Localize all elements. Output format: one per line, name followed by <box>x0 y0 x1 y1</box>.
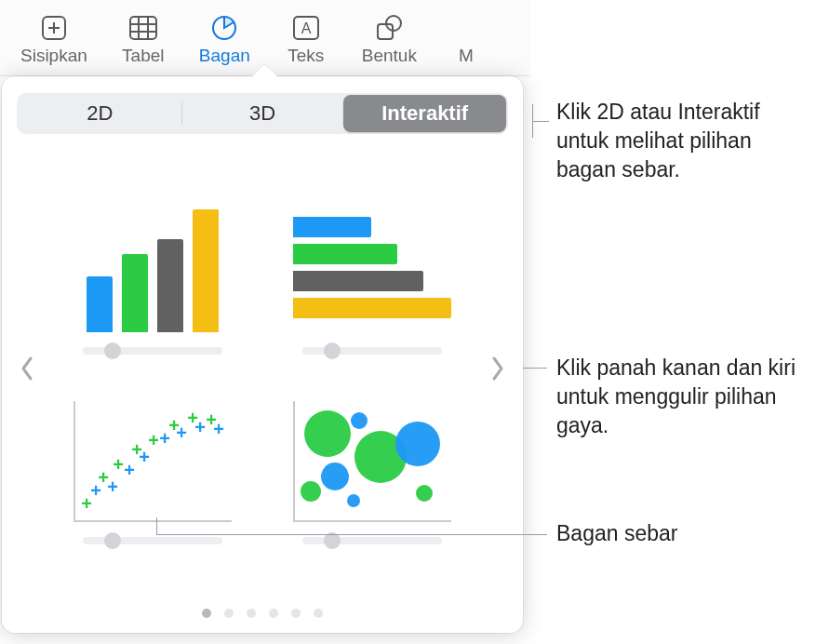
tab-label: 2D <box>87 101 113 126</box>
pie-chart-icon <box>208 13 240 42</box>
svg-rect-11 <box>378 24 393 39</box>
toolbar-insert[interactable]: Sisipkan <box>15 9 93 70</box>
tab-3d[interactable]: 3D <box>181 95 344 132</box>
chart-picker-popover: 2D 3D Interaktif <box>2 76 523 633</box>
svg-rect-3 <box>130 17 156 39</box>
leader-line <box>523 368 547 369</box>
toolbar-shape[interactable]: Bentuk <box>356 9 422 70</box>
style-slider[interactable] <box>302 533 442 548</box>
tab-2d[interactable]: 2D <box>19 95 181 132</box>
toolbar-label: Sisipkan <box>20 46 87 66</box>
toolbar-more[interactable]: M <box>445 9 488 70</box>
toolbar-label: Bagan <box>199 46 250 66</box>
tab-label: Interaktif <box>381 101 468 126</box>
leader-line <box>532 104 533 138</box>
more-icon <box>450 13 482 42</box>
page-dot[interactable] <box>314 609 323 618</box>
annotation-text: Klik panah kanan dan kiri untuk mengguli… <box>556 354 817 440</box>
toolbar-table[interactable]: Tabel <box>115 9 171 70</box>
chart-grid-area: + + + + + + + + + + + + + + + <box>17 134 508 603</box>
interactive-scatter-chart-option[interactable]: + + + + + + + + + + + + + + + <box>61 392 244 548</box>
interactive-bubble-chart-option[interactable] <box>281 392 463 548</box>
shape-icon <box>373 13 405 42</box>
page-dot[interactable] <box>224 609 234 618</box>
scatter-chart-preview: + + + + + + + + + + + + + + + <box>74 392 232 522</box>
annotation-text: Bagan sebar <box>556 519 817 548</box>
chart-type-segmented-control: 2D 3D Interaktif <box>17 93 508 134</box>
toolbar-label: Tabel <box>122 46 164 66</box>
chart-grid: + + + + + + + + + + + + + + + <box>17 170 508 567</box>
tab-label: 3D <box>249 101 275 126</box>
toolbar-label: M <box>459 46 474 66</box>
bar-chart-preview <box>293 202 451 332</box>
column-chart-preview <box>74 202 232 332</box>
interactive-column-chart-option[interactable] <box>61 202 244 358</box>
text-box-icon: A <box>290 13 322 42</box>
bubble-chart-preview <box>293 392 451 522</box>
next-style-button[interactable] <box>484 331 512 406</box>
page-dot[interactable] <box>202 609 211 618</box>
toolbar-chart[interactable]: Bagan <box>194 9 256 70</box>
interactive-bar-chart-option[interactable] <box>281 202 463 358</box>
toolbar-label: Bentuk <box>362 46 417 66</box>
tab-interactive[interactable]: Interaktif <box>343 95 506 132</box>
leader-line <box>532 121 549 122</box>
page-dot[interactable] <box>269 609 278 618</box>
plus-box-icon <box>38 13 70 42</box>
style-slider[interactable] <box>83 343 222 358</box>
table-icon <box>127 13 159 42</box>
style-slider[interactable] <box>302 343 442 358</box>
page-dots <box>17 603 508 620</box>
page-dot[interactable] <box>291 609 301 618</box>
style-slider[interactable] <box>83 533 222 548</box>
prev-style-button[interactable] <box>13 331 41 406</box>
svg-text:A: A <box>301 20 311 36</box>
toolbar-label: Teks <box>287 46 324 66</box>
annotation-text: Klik 2D atau Interaktif untuk melihat pi… <box>556 98 817 184</box>
page-dot[interactable] <box>247 609 256 618</box>
toolbar-text[interactable]: A Teks <box>278 9 334 70</box>
